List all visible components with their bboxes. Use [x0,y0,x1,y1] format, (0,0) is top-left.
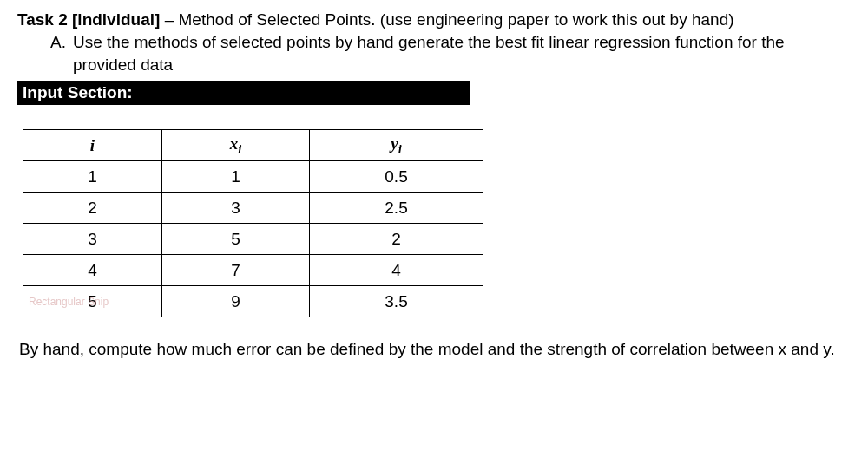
table-row: 4 7 4 [23,255,483,286]
input-section-bar [140,81,470,105]
cell-y: 4 [310,255,483,286]
footer-instruction: By hand, compute how much error can be d… [19,338,851,361]
subitem-letter: A. [50,31,73,54]
cell-y: 0.5 [310,161,483,193]
col-header-i: i [23,130,162,161]
cell-x: 9 [162,286,310,317]
table-row: 2 3 2.5 [23,193,483,224]
cell-x: 7 [162,255,310,286]
cell-y: 2 [310,224,483,255]
cell-y: 3.5 [310,286,483,317]
task-title-rest: – Method of Selected Points. (use engine… [160,10,733,29]
table-row: 1 1 0.5 [23,161,483,193]
cell-i: 5 [23,286,162,317]
header-x-sub: i [238,142,241,156]
cell-y: 2.5 [310,193,483,224]
col-header-x: xi [162,130,310,161]
input-section-header: Input Section: [17,81,851,105]
cell-x: 1 [162,161,310,193]
input-section-label: Input Section: [17,81,140,105]
header-y-base: y [391,134,398,153]
subitem-text: Use the methods of selected points by ha… [73,33,785,74]
cell-i: 1 [23,161,162,193]
table-header-row: i xi yi [23,130,483,161]
cell-x: 5 [162,224,310,255]
task-title: Task 2 [individual] – Method of Selected… [17,10,851,29]
cell-i: 3 [23,224,162,255]
task-title-bold: Task 2 [individual] [17,10,160,29]
header-x-base: x [230,134,239,153]
header-y-sub: i [398,142,402,156]
cell-x: 3 [162,193,310,224]
task-subitem: A.Use the methods of selected points by … [50,31,851,75]
header-i-text: i [90,136,95,154]
col-header-y: yi [310,130,483,161]
data-table: i xi yi 1 1 0.5 2 3 2.5 3 5 2 4 7 4 5 9 … [23,129,483,317]
cell-i: 2 [23,193,162,224]
cell-i: 4 [23,255,162,286]
table-row: 5 9 3.5 [23,286,483,317]
table-row: 3 5 2 [23,224,483,255]
